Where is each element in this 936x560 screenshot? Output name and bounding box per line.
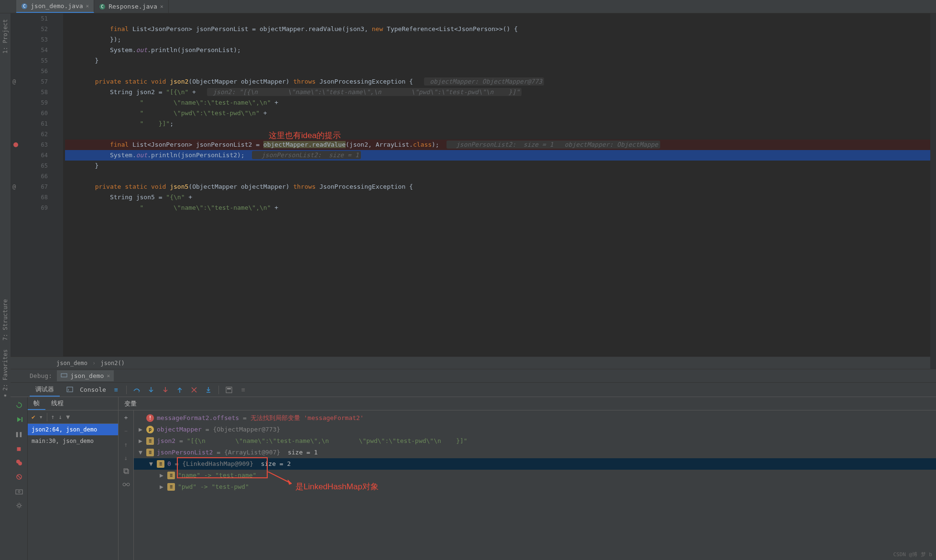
frame-item[interactable]: json2:64, json_demo bbox=[28, 424, 118, 435]
svg-marker-20 bbox=[288, 480, 292, 485]
frames-tab[interactable]: 帧 bbox=[28, 397, 45, 410]
up-icon[interactable]: ↑ bbox=[122, 440, 131, 449]
expand-arrow-icon[interactable]: ▶ bbox=[159, 481, 164, 493]
expand-arrow-icon[interactable]: ▶ bbox=[138, 435, 143, 447]
step-out-icon[interactable] bbox=[175, 386, 184, 394]
annotation-linkedhashmap: 是LinkedHashMap对象 bbox=[295, 481, 379, 492]
arrow-up-icon[interactable]: ↑ bbox=[51, 413, 55, 420]
svg-rect-6 bbox=[226, 387, 232, 393]
variable-row[interactable]: ▶≡json2 = "[{\n \"name\":\"test-name\",\… bbox=[134, 435, 936, 447]
threads-icon[interactable]: ≡ bbox=[112, 386, 120, 394]
frame-item[interactable]: main:30, json_demo bbox=[28, 435, 118, 447]
close-icon[interactable]: ✕ bbox=[160, 3, 163, 10]
variables-tree[interactable]: !messageFormat2.offsets = 无法找到局部变量 'mess… bbox=[134, 410, 936, 560]
error-icon: ! bbox=[146, 414, 154, 422]
svg-rect-15 bbox=[125, 470, 129, 474]
breadcrumb-item[interactable]: json_demo bbox=[56, 360, 87, 366]
tab-response[interactable]: C Response.java ✕ bbox=[94, 0, 168, 13]
evaluate-icon[interactable] bbox=[225, 386, 233, 394]
breakpoints-icon[interactable] bbox=[15, 458, 23, 467]
editor-scrollbar-markers[interactable] bbox=[930, 13, 936, 369]
close-icon[interactable]: ✕ bbox=[86, 3, 89, 9]
expand-arrow-icon[interactable]: ▼ bbox=[138, 447, 143, 458]
line-number: 52 bbox=[11, 24, 48, 34]
gear-icon[interactable] bbox=[15, 501, 23, 510]
variable-row[interactable]: ▶≡"pwd" -> "test-pwd" bbox=[134, 481, 936, 493]
resume-icon[interactable] bbox=[15, 415, 23, 424]
remove-watch-icon[interactable]: － bbox=[122, 427, 131, 435]
svg-point-18 bbox=[127, 483, 130, 486]
tab-debugger[interactable]: 调试器 bbox=[30, 383, 60, 397]
frames-panel: 帧 线程 ✔ ▾ ↑ ↓ ▼ json2:64, json_demo main:… bbox=[28, 397, 119, 560]
svg-point-14 bbox=[18, 504, 21, 507]
line-number: 57 @ bbox=[11, 76, 48, 87]
run-to-cursor-icon[interactable] bbox=[204, 386, 213, 394]
variable-row[interactable]: !messageFormat2.offsets = 无法找到局部变量 'mess… bbox=[134, 412, 936, 424]
line-number: 62 bbox=[11, 129, 48, 140]
pause-icon[interactable]: ❚❚ bbox=[15, 430, 23, 438]
step-over-icon[interactable] bbox=[132, 386, 141, 394]
expand-arrow-icon[interactable]: ▶ bbox=[159, 470, 164, 481]
svg-point-13 bbox=[18, 491, 20, 493]
field-icon: ≡ bbox=[146, 449, 154, 456]
field-icon: ≡ bbox=[157, 460, 164, 468]
expand-arrow-icon[interactable]: ▶ bbox=[138, 424, 143, 435]
line-number: 61 bbox=[11, 118, 48, 129]
console-tab[interactable] bbox=[65, 386, 74, 394]
svg-rect-5 bbox=[67, 387, 73, 392]
debug-title: Debug: bbox=[30, 372, 52, 379]
line-number: 66 bbox=[11, 171, 48, 182]
tab-label: json_demo.java bbox=[31, 2, 83, 10]
mute-breakpoints-icon[interactable] bbox=[15, 473, 23, 481]
run-config-icon bbox=[61, 372, 67, 380]
camera-icon[interactable] bbox=[15, 487, 23, 495]
variables-panel: 变量 ＋ － ↑ ↓ !messageFormat2.offsets bbox=[119, 397, 936, 560]
force-step-into-icon[interactable] bbox=[161, 386, 170, 394]
field-icon: ≡ bbox=[167, 472, 175, 479]
stop-icon[interactable]: ■ bbox=[15, 444, 23, 452]
svg-rect-4 bbox=[61, 374, 67, 377]
close-icon[interactable]: ✕ bbox=[107, 373, 110, 379]
line-number: 58 bbox=[11, 87, 48, 97]
line-number: 67 @ bbox=[11, 182, 48, 192]
breadcrumb: json_demo › json2() bbox=[11, 356, 936, 369]
step-into-icon[interactable] bbox=[147, 386, 155, 394]
line-number: 64 bbox=[11, 150, 48, 161]
rerun-icon[interactable] bbox=[15, 401, 23, 409]
watermark: CSDN @博 梦 b bbox=[893, 551, 932, 558]
line-number: 68 bbox=[11, 192, 48, 203]
tool-favorites[interactable]: ★ 2: Favorites bbox=[0, 346, 11, 402]
down-icon[interactable]: ↓ bbox=[122, 453, 131, 462]
line-number-breakpoint[interactable]: 63 bbox=[11, 140, 48, 150]
variable-row[interactable]: ▼≡jsonPersonList2 = {ArrayList@907} size… bbox=[134, 447, 936, 458]
trace-icon[interactable]: ≡ bbox=[239, 386, 248, 394]
arrow-down-icon[interactable]: ↓ bbox=[58, 413, 62, 420]
tool-structure[interactable]: 7: Structure bbox=[0, 296, 11, 344]
threads-tab[interactable]: 线程 bbox=[45, 397, 69, 410]
tab-json-demo[interactable]: C json_demo.java ✕ bbox=[16, 0, 94, 13]
svg-text:C: C bbox=[23, 4, 25, 9]
tool-project[interactable]: 1: Project bbox=[1, 16, 10, 56]
check-icon[interactable]: ✔ bbox=[32, 413, 35, 420]
drop-frame-icon[interactable] bbox=[190, 386, 198, 394]
code-content[interactable]: final List<JsonPerson> jsonPersonList = … bbox=[63, 13, 936, 356]
line-number: 55 bbox=[11, 55, 48, 66]
line-number: 65 bbox=[11, 161, 48, 171]
add-watch-icon[interactable]: ＋ bbox=[122, 413, 131, 422]
breadcrumb-item[interactable]: json2() bbox=[100, 360, 125, 366]
chevron-down-icon[interactable]: ▾ bbox=[39, 413, 43, 420]
filter-icon[interactable]: ▼ bbox=[66, 413, 70, 420]
tab-label: Response.java bbox=[109, 3, 157, 10]
console-label[interactable]: Console bbox=[80, 386, 106, 393]
glasses-icon[interactable] bbox=[122, 480, 131, 489]
param-icon: p bbox=[146, 426, 154, 433]
expand-arrow-icon[interactable]: ▼ bbox=[148, 458, 154, 470]
java-file-icon: C bbox=[99, 3, 106, 10]
variable-row[interactable]: ▶pobjectMapper = {ObjectMapper@773} bbox=[134, 424, 936, 435]
fold-gutter[interactable] bbox=[56, 13, 63, 356]
svg-line-19 bbox=[268, 472, 292, 484]
copy-icon[interactable] bbox=[122, 467, 131, 475]
line-number: 56 bbox=[11, 66, 48, 76]
code-editor[interactable]: 51 52 53 54 55 56 57 @ 58 59 60 61 62 63… bbox=[11, 13, 936, 356]
run-config-tab[interactable]: json_demo ✕ bbox=[57, 370, 114, 381]
